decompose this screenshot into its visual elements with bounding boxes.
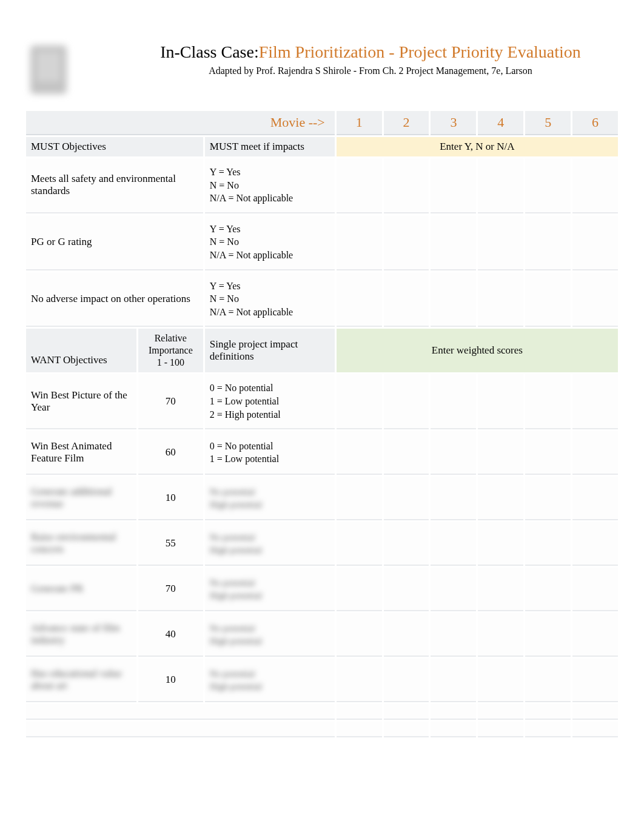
score-input[interactable]	[572, 158, 618, 213]
enter-weighted-label: Enter weighted scores	[337, 329, 618, 372]
score-input[interactable]	[478, 272, 523, 327]
score-input[interactable]	[431, 374, 476, 429]
score-input[interactable]	[337, 431, 382, 475]
want-definition: No potential High potential	[205, 568, 335, 611]
score-input[interactable]	[478, 659, 523, 702]
page-title: In-Class Case:Film Prioritization - Proj…	[121, 42, 620, 62]
want-definition: No potential High potential	[205, 522, 335, 566]
score-input[interactable]	[384, 477, 429, 520]
score-input[interactable]	[431, 659, 476, 702]
score-input[interactable]	[572, 272, 618, 327]
score-input[interactable]	[431, 431, 476, 475]
score-input[interactable]	[572, 431, 618, 475]
page-subtitle: Adapted by Prof. Rajendra S Shirole - Fr…	[121, 65, 620, 76]
score-input[interactable]	[431, 158, 476, 213]
score-input[interactable]	[525, 659, 571, 702]
score-input[interactable]	[431, 613, 476, 657]
score-input[interactable]	[337, 659, 382, 702]
score-input[interactable]	[384, 158, 429, 213]
evaluation-table: Movie --> 1 2 3 4 5 6 MUST Objectives MU…	[24, 109, 620, 739]
score-input[interactable]	[478, 613, 523, 657]
want-row: Win Best Animated Feature Film 60 0 = No…	[26, 431, 618, 475]
score-input[interactable]	[384, 613, 429, 657]
score-input[interactable]	[384, 431, 429, 475]
want-objective-label: Raise environmental concern	[26, 522, 136, 566]
want-objectives-label: WANT Objectives	[26, 329, 136, 372]
score-input[interactable]	[478, 522, 523, 566]
score-input[interactable]	[384, 374, 429, 429]
score-input[interactable]	[431, 272, 476, 327]
movie-col-2: 2	[384, 111, 429, 135]
score-input[interactable]	[572, 613, 618, 657]
score-input[interactable]	[525, 477, 571, 520]
score-input[interactable]	[525, 158, 571, 213]
score-input[interactable]	[572, 522, 618, 566]
want-definition: No potential High potential	[205, 613, 335, 657]
score-input[interactable]	[478, 431, 523, 475]
score-input[interactable]	[478, 374, 523, 429]
score-input[interactable]	[525, 431, 571, 475]
movie-col-3: 3	[431, 111, 476, 135]
score-input[interactable]	[525, 272, 571, 327]
score-input[interactable]	[572, 568, 618, 611]
score-input[interactable]	[525, 568, 571, 611]
must-row: Meets all safety and environmental stand…	[26, 158, 618, 213]
want-definition: No potential High potential	[205, 477, 335, 520]
score-input[interactable]	[431, 568, 476, 611]
must-objective-label: Meets all safety and environmental stand…	[26, 158, 203, 213]
want-objective-label: Advance state of film industry	[26, 613, 136, 657]
want-objective-label: Win Best Picture of the Year	[26, 374, 136, 429]
score-input[interactable]	[337, 568, 382, 611]
score-input[interactable]	[525, 374, 571, 429]
score-input[interactable]	[478, 477, 523, 520]
score-input[interactable]	[478, 215, 523, 270]
must-objectives-label: MUST Objectives	[26, 137, 203, 156]
must-meet-label: MUST meet if impacts	[205, 137, 335, 156]
score-input[interactable]	[384, 659, 429, 702]
movie-col-5: 5	[525, 111, 571, 135]
score-input[interactable]	[337, 158, 382, 213]
score-input[interactable]	[478, 568, 523, 611]
want-importance: 70	[138, 568, 203, 611]
score-input[interactable]	[525, 613, 571, 657]
score-input[interactable]	[384, 522, 429, 566]
score-input[interactable]	[337, 374, 382, 429]
movie-col-6: 6	[572, 111, 618, 135]
want-objective-label: Has educational value about art	[26, 659, 136, 702]
want-importance: 70	[138, 374, 203, 429]
score-input[interactable]	[337, 215, 382, 270]
score-input[interactable]	[572, 477, 618, 520]
score-input[interactable]	[431, 522, 476, 566]
want-importance: 40	[138, 613, 203, 657]
score-input[interactable]	[525, 522, 571, 566]
score-input[interactable]	[384, 568, 429, 611]
title-main: Film Prioritization - Project Priority E…	[259, 42, 581, 61]
score-input[interactable]	[337, 522, 382, 566]
score-input[interactable]	[525, 215, 571, 270]
must-row: PG or G rating Y = Yes N = No N/A = Not …	[26, 215, 618, 270]
want-row: Raise environmental concern 55 No potent…	[26, 522, 618, 566]
svg-rect-1	[36, 52, 61, 82]
must-row: No adverse impact on other operations Y …	[26, 272, 618, 327]
score-input[interactable]	[337, 272, 382, 327]
must-header-row: MUST Objectives MUST meet if impacts Ent…	[26, 137, 618, 156]
want-row: Has educational value about art 10 No po…	[26, 659, 618, 702]
score-input[interactable]	[431, 477, 476, 520]
score-input[interactable]	[572, 659, 618, 702]
score-input[interactable]	[478, 158, 523, 213]
movie-arrow-label: Movie -->	[26, 111, 335, 135]
score-input[interactable]	[384, 215, 429, 270]
score-input[interactable]	[337, 477, 382, 520]
movie-header-row: Movie --> 1 2 3 4 5 6	[26, 111, 618, 135]
score-input[interactable]	[384, 272, 429, 327]
movie-col-1: 1	[337, 111, 382, 135]
score-input[interactable]	[431, 215, 476, 270]
score-input[interactable]	[572, 374, 618, 429]
want-objective-label: Generate PR	[26, 568, 136, 611]
score-input[interactable]	[572, 215, 618, 270]
movie-col-4: 4	[478, 111, 523, 135]
must-legend: Y = Yes N = No N/A = Not applicable	[205, 215, 335, 270]
enter-yn-label: Enter Y, N or N/A	[337, 137, 618, 156]
score-input[interactable]	[337, 613, 382, 657]
want-row: Advance state of film industry 40 No pot…	[26, 613, 618, 657]
